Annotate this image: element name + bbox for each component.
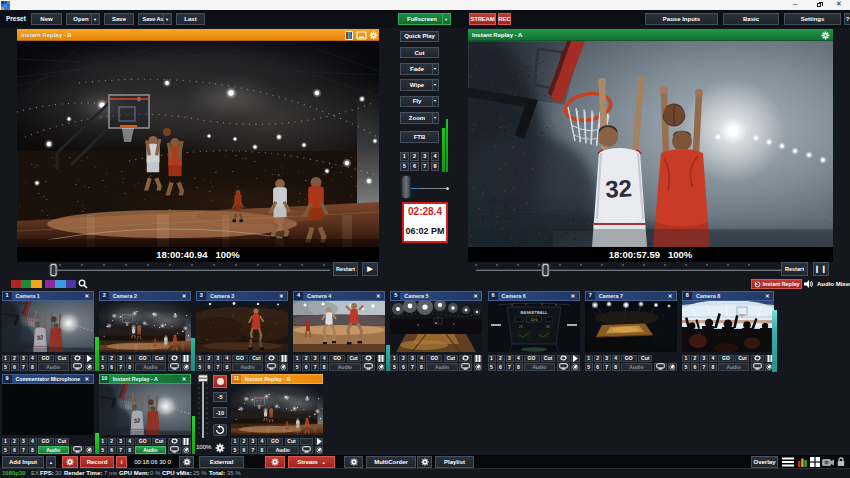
- svg-text:12:0: 12:0: [530, 318, 537, 322]
- svg-text:18: 18: [546, 325, 550, 329]
- svg-text:32: 32: [605, 174, 633, 202]
- svg-text:23: 23: [519, 325, 523, 329]
- svg-text:BASKETBALL: BASKETBALL: [520, 310, 548, 315]
